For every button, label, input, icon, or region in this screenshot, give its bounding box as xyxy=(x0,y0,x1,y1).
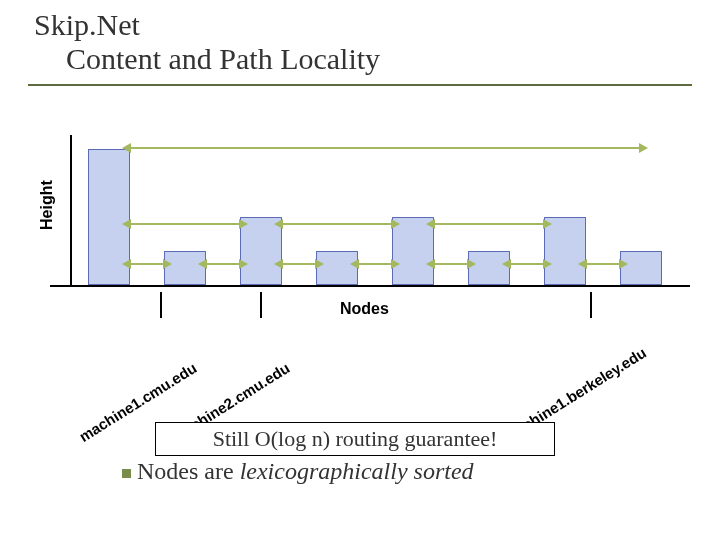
link-level2-c xyxy=(434,223,544,225)
y-axis-label: Height xyxy=(38,180,56,230)
link-level1-6 xyxy=(586,263,620,265)
bullet-icon xyxy=(122,469,131,478)
slide: Skip.Net Content and Path Locality Heigh… xyxy=(0,0,720,540)
bullet-italic: lexicographically sorted xyxy=(240,458,474,484)
pointer-1 xyxy=(260,292,262,318)
callout-box: Still O(log n) routing guarantee! xyxy=(155,422,555,456)
link-level1-1 xyxy=(206,263,240,265)
link-level1-4 xyxy=(434,263,468,265)
pointer-2 xyxy=(590,292,592,318)
x-axis-label: Nodes xyxy=(340,300,389,318)
title-box: Skip.Net Content and Path Locality xyxy=(28,6,692,86)
bullet-prefix: Nodes are xyxy=(137,458,240,484)
link-level1-2 xyxy=(282,263,316,265)
skipnet-diagram xyxy=(70,135,670,290)
link-level2-a xyxy=(130,223,240,225)
y-axis xyxy=(70,135,72,285)
x-axis xyxy=(50,285,690,287)
link-level4 xyxy=(130,147,640,149)
link-level2-b xyxy=(282,223,392,225)
pointer-0 xyxy=(160,292,162,318)
link-level1-5 xyxy=(510,263,544,265)
title-line-2: Content and Path Locality xyxy=(28,42,692,76)
title-line-1: Skip.Net xyxy=(28,6,692,42)
link-level1-3 xyxy=(358,263,392,265)
link-level1-0 xyxy=(130,263,164,265)
bullet-lexicographic: Nodes are lexicographically sorted xyxy=(122,458,474,485)
